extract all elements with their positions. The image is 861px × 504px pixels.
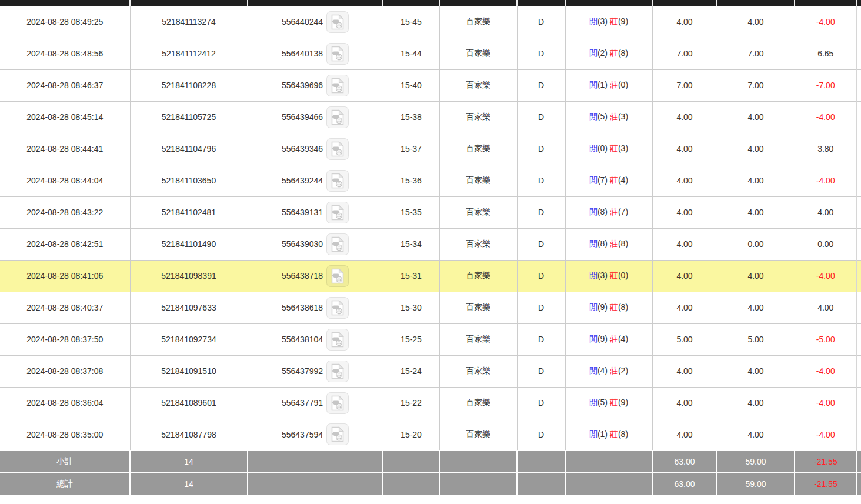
video-replay-button[interactable] — [326, 392, 349, 414]
cell-bet-amount[interactable]: 4.00 — [652, 196, 717, 228]
cell-table-round: 15-37 — [383, 133, 439, 165]
banker-score: (8) — [618, 239, 628, 248]
cell-overflow-sliver — [857, 38, 861, 69]
cell-table-round: 15-34 — [383, 228, 439, 260]
table-row[interactable]: 2024-08-28 08:37:08 521841091510 5564379… — [0, 355, 861, 387]
round-id-text: 556439030 — [282, 239, 323, 249]
cell-bet-amount[interactable]: 4.00 — [652, 260, 717, 292]
player-score: (9) — [598, 334, 608, 343]
cell-bet-amount[interactable]: 7.00 — [652, 69, 717, 101]
table-row[interactable]: 2024-08-28 08:49:25 521841113274 5564402… — [0, 6, 861, 38]
cell-overflow-sliver — [857, 355, 861, 387]
video-replay-button[interactable] — [326, 43, 349, 65]
video-replay-button[interactable] — [326, 265, 349, 287]
cell-round-id: 556437791 — [248, 387, 383, 419]
video-replay-button[interactable] — [326, 106, 349, 128]
cell-bet-amount[interactable]: 4.00 — [652, 165, 717, 196]
table-row[interactable]: 2024-08-28 08:36:04 521841089601 5564377… — [0, 387, 861, 419]
table-row[interactable]: 2024-08-28 08:45:14 521841105725 5564394… — [0, 101, 861, 133]
header-cell — [652, 0, 717, 6]
cell-game-type: 百家樂 — [439, 387, 517, 419]
video-replay-button[interactable] — [326, 233, 349, 255]
video-file-icon — [331, 268, 345, 284]
video-file-icon — [331, 141, 345, 157]
header-cell — [795, 0, 857, 6]
cell-table-round: 15-30 — [383, 292, 439, 323]
cell-round-id: 556439346 — [248, 133, 383, 165]
cell-result: 閒(9) 莊(8) — [565, 292, 652, 323]
banker-label: 莊 — [610, 175, 618, 185]
video-replay-button[interactable] — [326, 202, 349, 223]
cell-bet-amount[interactable]: 4.00 — [652, 6, 717, 38]
cell-game-type: 百家樂 — [439, 323, 517, 355]
cell-bet-id: 521841087798 — [130, 419, 248, 450]
table-row[interactable]: 2024-08-28 08:43:22 521841102481 5564391… — [0, 196, 861, 228]
table-row[interactable]: 2024-08-28 08:46:37 521841108228 5564396… — [0, 69, 861, 101]
banker-score: (2) — [618, 366, 628, 375]
banker-label: 莊 — [610, 302, 618, 312]
winloss-cell: -4.00 — [795, 355, 857, 387]
table-row[interactable]: 2024-08-28 08:41:06 521841098391 5564387… — [0, 260, 861, 292]
banker-label: 莊 — [610, 48, 618, 58]
subtotal-bet-sum: 63.00 — [652, 450, 717, 473]
cell-bet-amount[interactable]: 4.00 — [652, 101, 717, 133]
player-score: (0) — [598, 143, 608, 153]
video-file-icon — [331, 109, 345, 125]
banker-label: 莊 — [610, 429, 618, 439]
cell-bet-time: 2024-08-28 08:46:37 — [0, 69, 130, 101]
cell-table-round: 15-25 — [383, 323, 439, 355]
cell-round-id: 556440244 — [248, 6, 383, 38]
table-row[interactable]: 2024-08-28 08:37:50 521841092734 5564381… — [0, 323, 861, 355]
cell-bet-amount[interactable]: 5.00 — [652, 323, 717, 355]
cell-result: 閒(5) 莊(3) — [565, 101, 652, 133]
cell-valid-bet: 7.00 — [717, 38, 795, 69]
video-replay-button[interactable] — [326, 75, 349, 96]
video-replay-button[interactable] — [326, 138, 349, 160]
video-replay-button[interactable] — [326, 170, 349, 192]
header-cell — [130, 0, 248, 6]
total-row: 總計 14 63.00 59.00 -21.55 — [0, 473, 861, 495]
video-file-icon — [331, 205, 345, 221]
video-replay-button[interactable] — [326, 11, 349, 33]
winloss-cell: -7.00 — [795, 69, 857, 101]
cell-table-round: 15-35 — [383, 196, 439, 228]
table-row[interactable]: 2024-08-28 08:44:04 521841103650 5564392… — [0, 165, 861, 196]
cell-game-type: 百家樂 — [439, 260, 517, 292]
cell-table-code: D — [517, 6, 565, 38]
table-row[interactable]: 2024-08-28 08:42:51 521841101490 5564390… — [0, 228, 861, 260]
cell-bet-amount[interactable]: 4.00 — [652, 292, 717, 323]
cell-bet-amount[interactable]: 4.00 — [652, 228, 717, 260]
cell-bet-id: 521841112412 — [130, 38, 248, 69]
cell-game-type: 百家樂 — [439, 38, 517, 69]
round-id-text: 556437594 — [282, 430, 323, 439]
cell-round-id: 556440138 — [248, 38, 383, 69]
cell-bet-amount[interactable]: 4.00 — [652, 387, 717, 419]
header-cell — [383, 0, 439, 6]
cell-bet-amount[interactable]: 7.00 — [652, 38, 717, 69]
cell-bet-amount[interactable]: 4.00 — [652, 133, 717, 165]
header-cell — [0, 0, 130, 6]
cell-valid-bet: 4.00 — [717, 6, 795, 38]
player-score: (8) — [598, 239, 608, 248]
round-id-text: 556438718 — [282, 271, 323, 281]
cell-bet-amount[interactable]: 4.00 — [652, 355, 717, 387]
cell-valid-bet: 4.00 — [717, 292, 795, 323]
winloss-cell: 3.80 — [795, 133, 857, 165]
table-row[interactable]: 2024-08-28 08:48:56 521841112412 5564401… — [0, 38, 861, 69]
video-replay-button[interactable] — [326, 361, 349, 382]
cell-bet-amount[interactable]: 4.00 — [652, 419, 717, 450]
cell-overflow-sliver — [857, 165, 861, 196]
table-row[interactable]: 2024-08-28 08:35:00 521841087798 5564375… — [0, 419, 861, 450]
video-replay-button[interactable] — [326, 423, 349, 445]
video-replay-button[interactable] — [326, 297, 349, 319]
cell-result: 閒(8) 莊(7) — [565, 196, 652, 228]
cell-round-id: 556437594 — [248, 419, 383, 450]
cell-game-type: 百家樂 — [439, 69, 517, 101]
table-row[interactable]: 2024-08-28 08:44:41 521841104796 5564393… — [0, 133, 861, 165]
banker-score: (3) — [618, 112, 628, 121]
cell-bet-time: 2024-08-28 08:40:37 — [0, 292, 130, 323]
round-id-text: 556439244 — [282, 176, 323, 185]
video-replay-button[interactable] — [326, 329, 349, 351]
table-row[interactable]: 2024-08-28 08:40:37 521841097633 5564386… — [0, 292, 861, 323]
header-cell — [857, 0, 861, 6]
